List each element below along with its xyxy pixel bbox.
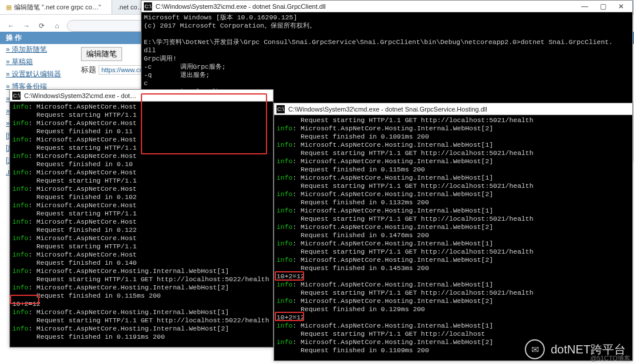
reload-icon[interactable]: ⟳ bbox=[36, 22, 47, 30]
terminal-right-body[interactable]: Request starting HTTP/1.1 GET http://loc… bbox=[274, 115, 632, 356]
minimize-icon[interactable]: — bbox=[576, 1, 593, 12]
wechat-icon: ✉ bbox=[525, 339, 545, 359]
terminal-left-title: C:\Windows\System32\cmd.exe - dot… bbox=[24, 92, 271, 100]
sidebar-item-1[interactable]: » 草稿箱 bbox=[0, 56, 76, 68]
maximize-icon[interactable]: ▢ bbox=[594, 1, 612, 12]
sidebar-item-2[interactable]: » 设置默认编辑器 bbox=[0, 68, 76, 80]
home-icon[interactable]: ⌂ bbox=[52, 22, 62, 30]
title-label: 标题 bbox=[81, 65, 96, 74]
forward-icon[interactable]: → bbox=[21, 22, 32, 30]
terminal-right: C:\ C:\Windows\System32\cmd.exe - dotnet… bbox=[274, 103, 633, 361]
cmd-icon: C:\ bbox=[144, 2, 152, 11]
sidebar-item-0[interactable]: » 添加新随笔 bbox=[0, 43, 76, 56]
terminal-top-title: C:\Windows\System32\cmd.exe - dotnet Sna… bbox=[156, 2, 576, 11]
browser-tab-1[interactable]: ▦ 编辑随笔 ".net core grpc co…" bbox=[0, 0, 112, 14]
terminal-left-titlebar[interactable]: C:\ C:\Windows\System32\cmd.exe - dot… bbox=[10, 90, 273, 102]
terminal-right-title: C:\Windows\System32\cmd.exe - dotnet Sna… bbox=[288, 105, 630, 113]
terminal-top-titlebar[interactable]: C:\ C:\Windows\System32\cmd.exe - dotnet… bbox=[141, 1, 632, 12]
credit-text: @51CTO博客 bbox=[591, 354, 630, 363]
cmd-icon: C:\ bbox=[276, 105, 285, 113]
terminal-left: C:\ C:\Windows\System32\cmd.exe - dot… i… bbox=[9, 89, 274, 348]
newfile-icon: ▦ bbox=[6, 4, 12, 11]
terminal-right-titlebar[interactable]: C:\ C:\Windows\System32\cmd.exe - dotnet… bbox=[274, 103, 632, 115]
close-icon[interactable]: ✕ bbox=[612, 1, 630, 12]
cmd-icon: C:\ bbox=[12, 92, 21, 100]
terminal-left-body[interactable]: info: Microsoft.AspNetCore.Host Request … bbox=[10, 102, 273, 342]
back-icon[interactable]: ← bbox=[6, 22, 16, 30]
edit-post-button[interactable]: 编辑随笔 bbox=[81, 47, 122, 61]
browser-tab-1-label: 编辑随笔 ".net core grpc co…" bbox=[14, 3, 101, 12]
browser-tab-2-label: .net co… bbox=[118, 4, 144, 11]
